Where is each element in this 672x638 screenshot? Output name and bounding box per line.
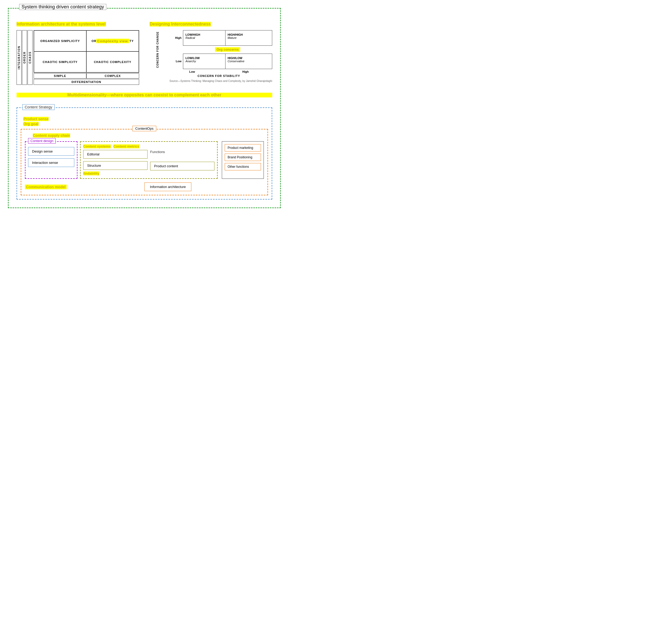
source-text: Source—Systems Thinking: Managing Chaos … xyxy=(150,80,272,82)
functions-col: Functions Product content xyxy=(150,150,215,175)
stability-high: High xyxy=(219,70,272,73)
cell-high-low-sub: Conservative xyxy=(228,60,270,63)
mid-title: Multidimensionality—where opposites can … xyxy=(17,93,272,97)
org-concerns-row: Org concerns xyxy=(150,46,272,53)
concern-table: CONCERN FOR CHANGE High LOW/HIGH Radical… xyxy=(150,30,272,69)
cell-low-high: LOW/HIGH Radical xyxy=(183,31,225,46)
content-design-label: Content design xyxy=(28,138,56,144)
stability-row: Low High xyxy=(150,70,272,73)
other-functions-box: Other functions xyxy=(225,163,261,170)
functions-title: Functions xyxy=(150,150,215,154)
content-supply-label: Content supply chain xyxy=(33,133,70,138)
vert-label-order: ORDER xyxy=(22,30,27,85)
content-systems-box: Content systems Content metrics Editoria… xyxy=(80,141,218,179)
differentiation-label: DIFFERENTIATION xyxy=(34,79,139,85)
product-sense-label: Product sense xyxy=(23,117,49,121)
content-design-box: Content design Design sense Interaction … xyxy=(25,141,78,179)
complex-label: COMPLEX xyxy=(86,73,139,79)
table-header-row: CONCERN FOR CHANGE High LOW/HIGH Radical… xyxy=(150,31,272,46)
main-title: System thinking driven content strategy xyxy=(19,4,106,10)
left-labels: Product sense Org goal xyxy=(23,114,268,126)
right-grid-wrapper: CONCERN FOR CHANGE High LOW/HIGH Radical… xyxy=(150,30,272,82)
cell-high-low-header: HIGH/LOW xyxy=(228,56,270,60)
product-content-box: Product content xyxy=(150,162,215,170)
content-supply-chain-box: ContentOps Content supply chain Content … xyxy=(21,129,268,195)
product-marketing-label: Product marketing xyxy=(228,146,253,150)
interaction-sense-label: Interaction sense xyxy=(32,161,58,165)
low-row-label: Low xyxy=(165,53,183,69)
content-systems-label: Content systems xyxy=(83,145,111,148)
mid-title-wrapper: Multidimensionality—where opposites can … xyxy=(17,93,272,103)
brand-positioning-label: Brand Positioning xyxy=(228,155,252,159)
org-concerns-label: Org concerns xyxy=(215,47,240,52)
bottom-section: Content Strategy Product sense Org goal … xyxy=(17,107,272,200)
product-marketing-box: Product marketing xyxy=(225,144,261,151)
cell-high-low: HIGH/LOW Conservative xyxy=(225,53,272,69)
top-section: Information architecture at the systems … xyxy=(17,22,272,85)
systems-inner: Editorial Structure findability xyxy=(83,150,215,175)
communication-model-label: Communication model xyxy=(25,185,67,189)
design-sense-label: Design sense xyxy=(32,149,53,153)
inner-row: Content design Design sense Interaction … xyxy=(25,141,264,179)
functions-right-col: Product marketing Brand Positioning Othe… xyxy=(222,141,264,179)
cell-chaotic-simplicity: CHAOTIC SIMPLICITY xyxy=(34,51,86,72)
content-ops-label: ContentOps xyxy=(132,126,156,131)
org-goal-label: Org goal xyxy=(23,122,38,126)
cell-chaotic-complexity: CHAOTIC COMPLEXITY xyxy=(86,51,139,72)
matrix-grid: ORGANIZED SIMPLICITY ORGANIZED COMPLEXIT… xyxy=(34,30,139,73)
vert-label-chaos: CHAOS xyxy=(28,30,33,85)
content-strategy-box: Content Strategy Product sense Org goal … xyxy=(17,107,272,200)
content-strategy-label: Content Strategy xyxy=(22,104,55,110)
other-functions-label: Other functions xyxy=(228,165,249,169)
info-arch-label: Information architecture xyxy=(150,185,186,189)
matrix-bottom-labels: SIMPLE COMPLEX xyxy=(34,73,139,79)
cell-low-high-sub: Radical xyxy=(185,36,223,39)
simple-label: SIMPLE xyxy=(34,73,86,79)
editorial-structure-col: Editorial Structure findability xyxy=(83,150,148,175)
outer-container: System thinking driven content strategy … xyxy=(8,8,281,208)
comm-info-row: Communication model Information architec… xyxy=(25,183,264,191)
cell-high-high-sub: Mature xyxy=(228,36,270,39)
concern-change-label: CONCERN FOR CHANGE xyxy=(150,31,165,69)
structure-label: Structure xyxy=(87,164,101,168)
cell-organized-simplicity: ORGANIZED SIMPLICITY xyxy=(34,31,86,51)
left-diagram: Information architecture at the systems … xyxy=(17,22,139,85)
low-row: Low LOW/LOW Anarchy HIGH/LOW Conservativ… xyxy=(150,53,272,69)
info-arch-box: Information architecture xyxy=(145,183,191,191)
stability-low: Low xyxy=(165,70,219,73)
matrix-container: INTEGRATION ORDER CHAOS ORGANIZED SIMPLI… xyxy=(17,30,139,85)
cell-high-high-header: HIGH/HIGH xyxy=(228,33,270,36)
vert-label-integration: INTEGRATION xyxy=(17,30,21,85)
cell-low-high-header: LOW/HIGH xyxy=(185,33,223,36)
brand-positioning-box: Brand Positioning xyxy=(225,154,261,161)
stability-title: CONCERN FOR STABILITY xyxy=(150,74,272,78)
editorial-label: Editorial xyxy=(87,152,100,156)
design-sense-box: Design sense xyxy=(28,147,74,156)
matrix-grid-wrapper: ORGANIZED SIMPLICITY ORGANIZED COMPLEXIT… xyxy=(34,30,139,85)
systems-metrics-row: Content systems Content metrics xyxy=(83,145,215,150)
cell-organized-complexity: ORGANIZED COMPLEXITY Complexity view xyxy=(86,31,139,51)
content-metrics-label: Content metrics xyxy=(113,145,139,148)
high-row-label: High xyxy=(165,31,183,46)
right-diagram: Designing Interconnectedness CONCERN FOR… xyxy=(150,22,272,85)
cell-low-low: LOW/LOW Anarchy xyxy=(183,53,225,69)
interaction-sense-box: Interaction sense xyxy=(28,158,74,167)
cell-high-high: HIGH/HIGH Mature xyxy=(225,31,272,46)
complexity-view-label: Complexity view xyxy=(96,39,129,43)
right-diagram-title: Designing Interconnectedness xyxy=(150,22,211,27)
findability-label: findability xyxy=(83,171,99,175)
product-content-label: Product content xyxy=(154,164,178,168)
editorial-box: Editorial xyxy=(83,150,148,158)
structure-box: Structure xyxy=(83,161,148,170)
vert-label-group: INTEGRATION ORDER CHAOS xyxy=(17,30,33,85)
cell-low-low-sub: Anarchy xyxy=(185,60,223,63)
left-diagram-title: Information architecture at the systems … xyxy=(17,22,106,27)
cell-low-low-header: LOW/LOW xyxy=(185,56,223,60)
